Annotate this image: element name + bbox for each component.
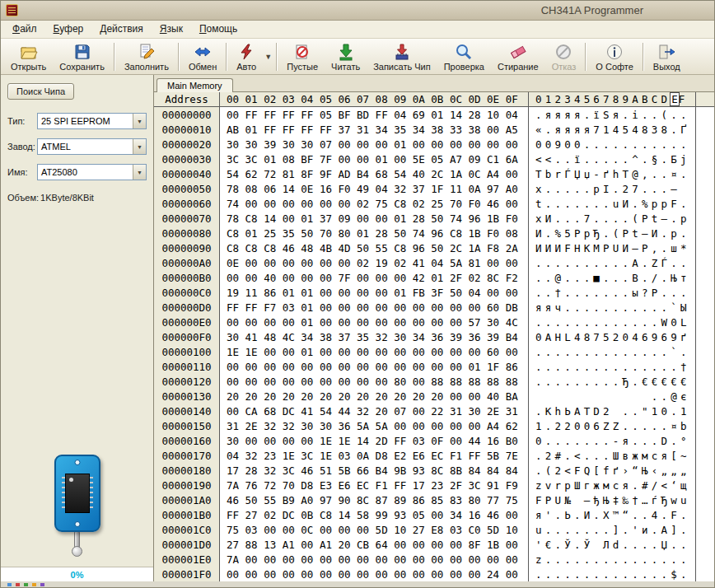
save-button[interactable]: Сохранить (53, 40, 111, 73)
row-hex-bytes[interactable]: 7A 00 00 00 00 00 00 00 00 00 00 00 00 0… (220, 553, 528, 566)
row-hex-bytes[interactable]: 74 00 00 00 00 00 00 02 75 C8 02 25 70 F… (220, 198, 528, 210)
menu-item[interactable]: Язык (152, 21, 191, 38)
write-chip-button[interactable]: Записать Чип (367, 40, 437, 73)
hex-row: 000000C0 19 11 86 01 01 00 00 00 00 01 F… (154, 285, 714, 300)
row-ascii[interactable]: ..@...■...B./.Њт (528, 270, 696, 285)
row-hex-bytes[interactable]: 00 00 00 00 00 00 00 00 00 80 00 88 88 8… (220, 376, 528, 388)
row-hex-bytes[interactable]: 00 00 00 00 00 00 00 00 00 00 00 00 00 0… (220, 361, 528, 373)
row-ascii[interactable]: .(2<FQ[fґ›“Њ‹„„„ (528, 463, 696, 478)
row-hex-bytes[interactable]: 00 FF FF FF FF 05 BF BD FF 04 69 01 14 2… (220, 109, 528, 121)
chip-type-combo[interactable]: 25 SPI EEPROM ▼ (37, 113, 147, 129)
row-ascii[interactable]: ..........A.ZЃ.. (528, 255, 696, 270)
auto-button[interactable]: Авто (230, 40, 263, 73)
menu-item[interactable]: Действия (91, 21, 152, 38)
row-hex-bytes[interactable]: 54 62 72 81 8F 9F AD B4 68 54 40 2C 1A 0… (220, 168, 528, 180)
read-button[interactable]: Читать (325, 40, 367, 73)
row-hex-bytes[interactable]: 30 41 48 4C 34 38 37 35 32 30 34 36 39 3… (220, 331, 528, 343)
row-ascii[interactable]: ..............$. (528, 567, 696, 581)
row-ascii[interactable]: ИИИFHKMPUИ–P,.ш* (528, 240, 696, 255)
row-ascii[interactable]: 0AHL48752046969ґ (528, 329, 696, 344)
row-address: 000000E0 (154, 315, 220, 329)
row-hex-bytes[interactable]: 7A 76 72 70 D8 E3 E6 EC F1 FF 17 23 2F 3… (220, 479, 528, 492)
open-button[interactable]: Открыть (4, 40, 53, 73)
row-ascii[interactable]: .2#.<...Швжмся[~ (528, 448, 696, 463)
row-ascii[interactable]: 00900........... (528, 137, 696, 152)
row-hex-bytes[interactable]: C8 C8 C8 46 48 4B 4D 50 55 C8 96 50 2C 1… (220, 242, 528, 254)
tab-main-memory[interactable]: Main Memory (157, 78, 233, 92)
auto-lightning-icon (237, 43, 255, 61)
row-hex-bytes[interactable]: C8 01 25 35 50 70 80 01 28 50 74 96 C8 1… (220, 227, 528, 240)
auto-dropdown-arrow[interactable]: ▼ (263, 41, 273, 72)
chip-vendor-combo[interactable]: ATMEL ▼ (37, 138, 147, 155)
row-hex-bytes[interactable]: 20 20 20 20 20 20 20 20 20 20 20 20 00 0… (220, 390, 528, 403)
row-hex-bytes[interactable]: 30 30 39 30 30 07 00 00 00 01 00 00 00 0… (220, 138, 528, 151)
row-hex-bytes[interactable]: 1E 1E 00 00 01 00 00 00 00 00 00 00 00 0… (220, 346, 528, 358)
row-ascii[interactable]: .КhЬATD2 .."10.1 (528, 404, 696, 418)
chevron-down-icon[interactable]: ▼ (133, 114, 146, 128)
row-hex-bytes[interactable]: 00 CA 68 DC 41 54 44 32 20 07 00 22 31 3… (220, 405, 528, 418)
menu-item[interactable]: Файл (4, 21, 45, 38)
row-ascii[interactable]: .яяяя.їЅя.i..(.. (528, 107, 696, 122)
row-hex-bytes[interactable]: 00 00 40 00 00 00 7F 00 00 00 42 01 2F 0… (220, 272, 528, 284)
window-title: CH341A Programmer (541, 4, 643, 16)
row-hex-bytes[interactable]: 75 03 00 00 0C 00 00 00 5D 10 27 E8 03 C… (220, 524, 528, 536)
chevron-down-icon[interactable]: ▼ (133, 139, 146, 154)
row-ascii[interactable]: ..............`. (528, 344, 696, 359)
row-ascii[interactable]: «.яяяя71454838.Ґ (528, 122, 696, 137)
row-hex-bytes[interactable]: FF 27 02 DC 0B C8 14 58 99 93 05 00 34 1… (220, 509, 528, 521)
row-hex-bytes[interactable]: 27 88 13 A1 00 A1 20 CB 64 00 00 00 00 8… (220, 539, 528, 551)
row-ascii[interactable]: <<..ї.....^.§.Бj (528, 152, 696, 166)
row-ascii[interactable]: .............W0L (528, 315, 696, 329)
menu-item[interactable]: Буфер (45, 21, 92, 38)
verify-button[interactable]: Проверка (437, 40, 491, 73)
row-hex-bytes[interactable]: 04 32 23 1E 3C 1E 03 0A D8 E2 E6 EC F1 F… (220, 450, 528, 462)
search-chip-button[interactable]: Поиск Чипа (7, 83, 74, 100)
row-hex-bytes[interactable]: AB 01 FF FF FF FF 37 31 34 35 34 38 33 3… (220, 124, 528, 136)
row-hex-bytes[interactable]: 78 08 06 14 0E 16 F0 49 04 32 37 1F 11 0… (220, 183, 528, 195)
swap-button[interactable]: Обмен (182, 40, 223, 73)
blank-check-button[interactable]: Пустые (280, 40, 325, 73)
row-ascii[interactable]: 0.......-я...D.° (528, 433, 696, 448)
row-hex-bytes[interactable]: 0E 00 00 00 00 00 00 02 19 02 41 04 5A 8… (220, 257, 528, 269)
row-ascii[interactable]: t.......uИ.%pрF. (528, 196, 696, 211)
row-ascii[interactable]: u.......].'и.А]. (528, 522, 696, 537)
row-ascii[interactable]: TbrЃЏџ-ґhT@,..¤. (528, 166, 696, 181)
row-hex-bytes[interactable]: 78 C8 14 00 01 37 09 00 00 01 28 50 74 9… (220, 212, 528, 225)
row-ascii[interactable]: z............... (528, 552, 696, 567)
row-ascii[interactable]: .........Ђ.€€€€€ (528, 374, 696, 389)
row-hex-bytes[interactable]: 17 28 32 3C 46 51 5B 66 B4 9B 93 8C 8B 8… (220, 464, 528, 477)
chip-name-combo[interactable]: AT25080 ▼ (37, 164, 147, 180)
chip-vendor-field: Завод: ATMEL ▼ (7, 138, 147, 155)
row-ascii[interactable]: яяч...........`Ы (528, 300, 696, 315)
row-ascii[interactable]: ..@є (528, 389, 696, 404)
erase-button[interactable]: Стирание (491, 40, 545, 73)
row-ascii[interactable]: ...............† (528, 359, 696, 374)
hex-row: 00000150 31 2E 32 32 30 30 36 5A 5A 00 0… (154, 418, 714, 433)
row-address: 000000D0 (154, 300, 220, 315)
chevron-down-icon[interactable]: ▼ (133, 165, 146, 180)
row-hex-bytes[interactable]: 30 00 00 00 00 1E 1E 14 2D FF 03 0F 00 4… (220, 435, 528, 447)
title-bar[interactable]: CH341A Programmer (1, 1, 714, 21)
chip-size-value: 1KByte/8KBit (40, 193, 94, 203)
menu-item[interactable]: Помощь (191, 21, 245, 38)
row-ascii[interactable]: 1.22006ZZ.....¤b (528, 418, 696, 433)
row-ascii[interactable]: x.....рI.27...— (528, 181, 696, 196)
row-ascii[interactable]: '€.Ў.Ў Лd....Џ.. (528, 537, 696, 552)
row-ascii[interactable]: FPU№ —ђЊ‡‰†…ѓЂwu (528, 492, 696, 507)
row-ascii[interactable]: я'.Ь.И.X™“..4.F. (528, 507, 696, 522)
row-ascii[interactable]: И.%5PpЂ.(Pt–И.р. (528, 226, 696, 240)
row-hex-bytes[interactable]: 00 00 00 00 00 00 00 00 00 00 00 00 00 0… (220, 568, 528, 581)
row-hex-bytes[interactable]: 31 2E 32 32 30 30 36 5A 5A 00 00 00 00 0… (220, 420, 528, 432)
about-button[interactable]: О Софте (589, 40, 640, 73)
row-hex-bytes[interactable]: 3C 3C 01 08 BF 7F 00 00 01 00 5E 05 A7 0… (220, 153, 528, 166)
exit-button[interactable]: Выход (647, 40, 687, 73)
fill-button[interactable]: Заполнить (118, 40, 175, 73)
row-hex-bytes[interactable]: FF FF F7 03 01 00 00 00 00 00 00 00 00 0… (220, 301, 528, 314)
row-ascii[interactable]: ..†.......ы?P... (528, 285, 696, 300)
row-hex-bytes[interactable]: 00 00 00 00 01 00 00 00 00 00 00 00 00 5… (220, 316, 528, 329)
row-ascii[interactable]: xИ...7....(Pt–.р (528, 211, 696, 226)
hex-header-ascii: 0123456789ABCDEF (528, 92, 696, 106)
row-hex-bytes[interactable]: 46 50 55 B9 A0 97 90 8C 87 89 86 85 83 8… (220, 494, 528, 506)
row-hex-bytes[interactable]: 19 11 86 01 01 00 00 00 00 01 FB 3F 50 0… (220, 287, 528, 299)
row-ascii[interactable]: zvrpШгжмся.#/<‘щ (528, 478, 696, 492)
